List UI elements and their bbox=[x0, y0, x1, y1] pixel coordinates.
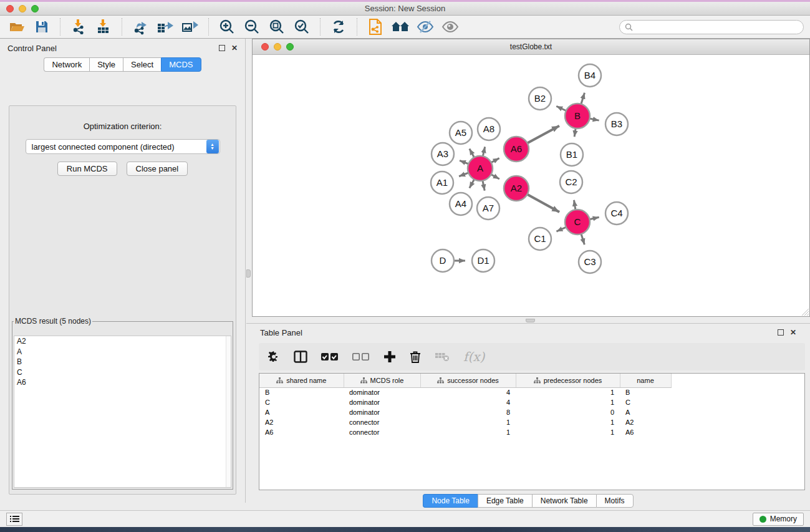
table-cell[interactable]: A6 bbox=[620, 427, 671, 437]
export-network-button[interactable] bbox=[130, 17, 151, 36]
result-item[interactable]: A2 bbox=[14, 336, 231, 347]
tab-network-table[interactable]: Network Table bbox=[532, 494, 596, 508]
zoom-selected-button[interactable] bbox=[291, 17, 312, 36]
add-column-button[interactable] bbox=[383, 348, 396, 365]
close-table-panel-icon[interactable]: ✕ bbox=[790, 329, 796, 336]
home-button[interactable] bbox=[390, 17, 411, 36]
table-cell[interactable]: 4 bbox=[420, 397, 516, 407]
resize-grip-icon[interactable] bbox=[801, 307, 809, 316]
tab-edge-table[interactable]: Edge Table bbox=[478, 494, 532, 508]
result-item[interactable]: B bbox=[14, 357, 231, 367]
table-cell[interactable]: 4 bbox=[420, 387, 516, 397]
table-cell[interactable]: 1 bbox=[516, 427, 620, 437]
table-row[interactable]: A2connector11A2 bbox=[259, 417, 671, 427]
table-cell[interactable]: connector bbox=[344, 417, 420, 427]
table-cell[interactable]: 1 bbox=[420, 417, 516, 427]
open-session-button[interactable] bbox=[6, 17, 27, 36]
column-header-successor-nodes[interactable]: successor nodes bbox=[420, 374, 516, 387]
result-item[interactable]: C bbox=[14, 367, 231, 378]
delete-column-button[interactable] bbox=[410, 348, 421, 365]
minimize-network-button[interactable] bbox=[274, 43, 281, 51]
zoom-fit-button[interactable] bbox=[266, 17, 287, 36]
tab-select[interactable]: Select bbox=[123, 57, 161, 72]
result-item[interactable]: A6 bbox=[14, 377, 231, 388]
network-graph[interactable]: B4B2BB3A5A8A6B1A3AA1C2A2A4A7C4CC1C3DD1 bbox=[253, 56, 809, 316]
memory-button[interactable]: Memory bbox=[753, 513, 804, 526]
desktop-wallpaper-strip-bottom bbox=[0, 527, 810, 532]
search-input[interactable] bbox=[635, 22, 798, 31]
table-cell[interactable]: 1 bbox=[516, 417, 620, 427]
table-cell[interactable]: C bbox=[259, 397, 344, 407]
table-cell[interactable]: A2 bbox=[259, 417, 344, 427]
float-table-panel-icon[interactable] bbox=[778, 329, 784, 336]
table-cell[interactable]: dominator bbox=[344, 397, 420, 407]
show-all-button[interactable] bbox=[440, 17, 461, 36]
zoom-out-button[interactable] bbox=[241, 17, 263, 36]
vertical-divider-handle[interactable] bbox=[246, 269, 251, 278]
result-list-scrollbar[interactable] bbox=[226, 336, 231, 487]
tab-motifs[interactable]: Motifs bbox=[596, 494, 634, 508]
table-cell[interactable]: B bbox=[259, 387, 344, 397]
table-cell[interactable]: 1 bbox=[420, 427, 516, 437]
table-cell[interactable]: 1 bbox=[516, 387, 620, 397]
optimization-criterion-select[interactable]: largest connected component (directed) ▲… bbox=[26, 139, 220, 154]
table-row[interactable]: Cdominator41C bbox=[259, 397, 671, 407]
zoom-window-button[interactable] bbox=[31, 5, 39, 12]
column-header-name[interactable]: name bbox=[620, 374, 671, 387]
float-panel-icon[interactable] bbox=[219, 45, 225, 51]
export-image-button[interactable] bbox=[180, 17, 201, 36]
import-network-button[interactable] bbox=[68, 17, 89, 36]
network-canvas[interactable]: B4B2BB3A5A8A6B1A3AA1C2A2A4A7C4CC1C3DD1 bbox=[253, 56, 809, 316]
table-row[interactable]: Adominator80A bbox=[259, 407, 671, 417]
close-panel-button[interactable]: Close panel bbox=[127, 162, 188, 176]
tab-style[interactable]: Style bbox=[89, 57, 123, 72]
tab-network[interactable]: Network bbox=[44, 57, 89, 72]
tab-node-table[interactable]: Node Table bbox=[423, 494, 478, 508]
import-table-button[interactable] bbox=[93, 17, 114, 36]
tab-mcds[interactable]: MCDS bbox=[161, 57, 201, 72]
search-box[interactable] bbox=[619, 20, 804, 34]
table-cell[interactable]: B bbox=[620, 387, 671, 397]
hide-selected-button[interactable] bbox=[415, 17, 436, 36]
show-panels-list-button[interactable] bbox=[6, 513, 22, 526]
table-cell[interactable]: connector bbox=[344, 427, 420, 437]
column-header-MCDS-role[interactable]: MCDS role bbox=[344, 374, 420, 387]
table-cell[interactable]: dominator bbox=[344, 387, 420, 397]
export-table-button[interactable] bbox=[155, 17, 176, 36]
table-cell[interactable]: 1 bbox=[516, 397, 620, 407]
table-panel-header: Table Panel ✕ bbox=[246, 324, 810, 341]
horizontal-divider-handle[interactable] bbox=[526, 319, 535, 322]
run-mcds-button[interactable]: Run MCDS bbox=[57, 162, 117, 176]
close-network-button[interactable] bbox=[261, 43, 269, 51]
save-session-button[interactable] bbox=[31, 17, 52, 36]
table-settings-button[interactable] bbox=[268, 348, 280, 365]
close-window-button[interactable] bbox=[6, 5, 14, 12]
split-table-button[interactable] bbox=[294, 348, 307, 365]
table-cell[interactable]: A2 bbox=[620, 417, 671, 427]
column-header-predecessor-nodes[interactable]: predecessor nodes bbox=[516, 374, 620, 387]
table-cell[interactable]: A bbox=[259, 407, 344, 417]
delete-table-button[interactable] bbox=[435, 348, 450, 365]
mcds-result-list[interactable]: A2ABCA6 bbox=[14, 336, 231, 488]
table-cell[interactable]: A6 bbox=[259, 427, 344, 437]
node-table[interactable]: shared nameMCDS rolesuccessor nodesprede… bbox=[259, 374, 672, 437]
table-row[interactable]: A6connector11A6 bbox=[259, 427, 671, 437]
deselect-all-button[interactable] bbox=[352, 348, 370, 365]
column-header-shared-name[interactable]: shared name bbox=[259, 374, 344, 387]
select-all-button[interactable] bbox=[321, 348, 339, 365]
minimize-window-button[interactable] bbox=[19, 5, 26, 12]
table-cell[interactable]: 0 bbox=[516, 407, 620, 417]
close-panel-icon[interactable]: ✕ bbox=[231, 44, 238, 52]
function-builder-button[interactable]: f(x) bbox=[463, 348, 485, 365]
table-cell[interactable]: 8 bbox=[420, 407, 516, 417]
result-item[interactable]: A bbox=[14, 347, 231, 357]
zoom-network-button[interactable] bbox=[286, 43, 294, 51]
duplicate-network-button[interactable] bbox=[365, 17, 386, 36]
table-row[interactable]: Bdominator41B bbox=[259, 387, 671, 397]
refresh-button[interactable] bbox=[328, 17, 349, 36]
table-cell[interactable]: C bbox=[620, 397, 671, 407]
network-window-titlebar[interactable]: testGlobe.txt bbox=[253, 39, 809, 55]
table-cell[interactable]: A bbox=[620, 407, 671, 417]
zoom-in-button[interactable] bbox=[216, 17, 238, 36]
table-cell[interactable]: dominator bbox=[344, 407, 420, 417]
